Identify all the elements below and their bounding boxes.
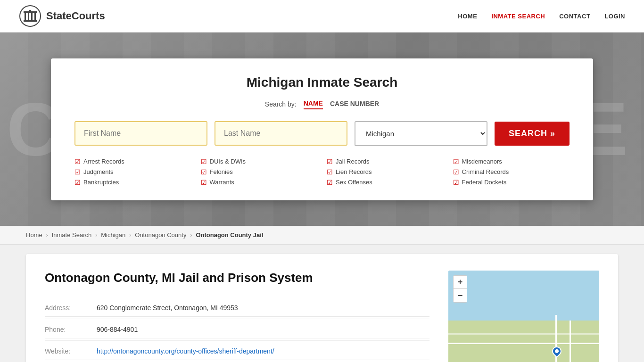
check-icon: ☑ (201, 158, 207, 165)
breadcrumb-current: Ontonagon County Jail (196, 231, 263, 239)
check-icon: ☑ (327, 158, 333, 165)
logo-area: StateCourts (19, 5, 105, 27)
checkbox-misdemeanors: ☑ Misdemeanors (453, 158, 570, 165)
map-road-v2 (570, 321, 571, 362)
tab-case-number[interactable]: CASE NUMBER (330, 100, 379, 109)
map-zoom-out[interactable]: − (454, 289, 467, 302)
svg-rect-5 (28, 13, 29, 20)
website-link[interactable]: http://ontonagoncounty.org/county-office… (97, 347, 274, 355)
phone-row: Phone: 906-884-4901 (45, 321, 429, 338)
checkbox-felonies: ☑ Felonies (201, 168, 318, 176)
checkbox-federal-dockets: ☑ Federal Dockets (453, 179, 570, 186)
search-card: Michigan Inmate Search Search by: NAME C… (51, 58, 593, 200)
check-icon: ☑ (74, 168, 81, 176)
breadcrumb-michigan[interactable]: Michigan (101, 231, 125, 239)
logo-icon (19, 5, 41, 27)
checkbox-warrants: ☑ Warrants (201, 179, 318, 186)
check-icon: ☑ (201, 179, 207, 186)
checkbox-criminal-records: ☑ Criminal Records (453, 168, 570, 176)
checkbox-jail-records: ☑ Jail Records (327, 158, 444, 165)
nav-contact[interactable]: CONTACT (559, 13, 590, 20)
breadcrumb-sep-2: › (95, 232, 97, 239)
page-title: Ontonagon County, MI Jail and Prison Sys… (45, 271, 429, 285)
map-road-h2 (448, 333, 599, 335)
nav-inmate-search[interactable]: INMATE SEARCH (491, 13, 545, 20)
search-card-title: Michigan Inmate Search (74, 75, 570, 90)
check-icon: ☑ (74, 158, 81, 165)
nav-login[interactable]: LOGIN (604, 13, 625, 20)
address-value: 620 Conglomerate Street, Ontonagon, MI 4… (97, 304, 238, 312)
content-card: Ontonagon County, MI Jail and Prison Sys… (26, 254, 618, 362)
checkbox-lien-records: ☑ Lien Records (327, 168, 444, 176)
checkbox-judgments: ☑ Judgments (74, 168, 191, 176)
address-label: Address: (45, 304, 87, 312)
website-row: Website: http://ontonagoncounty.org/coun… (45, 343, 429, 360)
check-icon: ☑ (327, 179, 333, 186)
search-button[interactable]: SEARCH » (495, 122, 570, 146)
phone-label: Phone: (45, 326, 87, 333)
checkboxes-grid: ☑ Arrest Records ☑ DUIs & DWIs ☑ Jail Re… (74, 158, 570, 186)
divider-2 (45, 340, 429, 341)
phone-value: 906-884-4901 (97, 326, 138, 333)
svg-rect-6 (31, 13, 33, 20)
checkbox-duis: ☑ DUIs & DWIs (201, 158, 318, 165)
website-label: Website: (45, 347, 87, 355)
map-zoom-in[interactable]: + (454, 276, 467, 289)
svg-rect-4 (25, 13, 26, 20)
breadcrumb: Home › Inmate Search › Michigan › Ontona… (0, 226, 644, 245)
svg-rect-2 (24, 11, 37, 13)
checkbox-sex-offenses: ☑ Sex Offenses (327, 179, 444, 186)
main-content: Ontonagon County, MI Jail and Prison Sys… (0, 245, 644, 362)
breadcrumb-sep-4: › (190, 232, 192, 239)
map-area: + − (448, 271, 599, 362)
divider-1 (45, 319, 429, 319)
breadcrumb-sep-1: › (46, 232, 48, 239)
check-icon: ☑ (74, 179, 81, 186)
check-icon: ☑ (453, 168, 459, 176)
hero-section: COURTHOUSE Michigan Inmate Search Search… (0, 33, 644, 226)
checkbox-arrest-records: ☑ Arrest Records (74, 158, 191, 165)
first-name-input[interactable] (74, 121, 207, 146)
content-left: Ontonagon County, MI Jail and Prison Sys… (45, 271, 429, 362)
state-select[interactable]: Michigan Alabama Alaska Arizona Arkansas… (355, 121, 487, 146)
checkbox-bankruptcies: ☑ Bankruptcies (74, 179, 191, 186)
map-road-h1 (448, 343, 599, 344)
svg-rect-1 (24, 20, 37, 22)
search-inputs-row: Michigan Alabama Alaska Arizona Arkansas… (74, 121, 570, 146)
breadcrumb-ontonagon-county[interactable]: Ontonagon County (135, 231, 186, 239)
address-row: Address: 620 Conglomerate Street, Ontona… (45, 299, 429, 317)
svg-rect-3 (29, 10, 31, 11)
map-land (448, 321, 599, 362)
search-by-label: Search by: (265, 100, 297, 108)
search-by-row: Search by: NAME CASE NUMBER (74, 99, 570, 109)
header: StateCourts HOME INMATE SEARCH CONTACT L… (0, 0, 644, 33)
breadcrumb-sep-3: › (129, 232, 131, 239)
nav-home[interactable]: HOME (458, 13, 477, 20)
svg-rect-7 (34, 13, 36, 20)
breadcrumb-inmate-search[interactable]: Inmate Search (52, 231, 92, 239)
logo-text: StateCourts (46, 10, 105, 22)
check-icon: ☑ (201, 168, 207, 176)
breadcrumb-home[interactable]: Home (26, 231, 42, 239)
svg-point-0 (20, 6, 41, 26)
check-icon: ☑ (453, 179, 459, 186)
last-name-input[interactable] (215, 121, 347, 146)
check-icon: ☑ (327, 168, 333, 176)
tab-name[interactable]: NAME (304, 99, 323, 109)
main-nav: HOME INMATE SEARCH CONTACT LOGIN (458, 13, 625, 20)
map-controls: + − (453, 275, 467, 303)
check-icon: ☑ (453, 158, 459, 165)
